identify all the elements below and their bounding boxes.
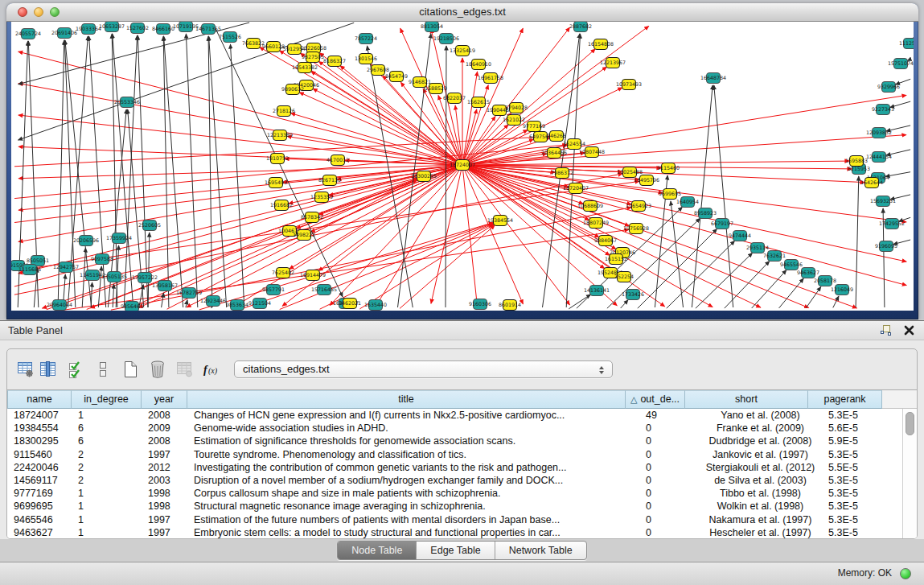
table-cell: 2012	[142, 461, 187, 474]
column-header-out-de-[interactable]: △out_de...	[626, 390, 685, 409]
table-cell: 0	[639, 487, 699, 500]
table-cell: 5.5E-5	[822, 461, 896, 474]
table-cell: 1997	[142, 448, 187, 461]
row-height-icon[interactable]	[92, 359, 113, 380]
graph-node-label: 19384554	[487, 217, 513, 223]
sort-ascending-icon: △	[630, 394, 637, 404]
float-panel-icon[interactable]	[879, 323, 893, 337]
table-row[interactable]: 969969511998Structural magnetic resonanc…	[7, 500, 917, 513]
table-row[interactable]: 946362711997Embryonic stem cells: a mode…	[7, 526, 917, 538]
table-row[interactable]: 1872400712008Changes of HCN gene express…	[7, 409, 917, 422]
table-scrollbar-thumb[interactable]	[906, 412, 914, 435]
graph-node-label: 18720407	[563, 185, 589, 191]
graph-node-label: 12213389	[267, 132, 293, 138]
graph-edge	[113, 284, 113, 307]
table-cell: Jankovic et al. (1997)	[699, 448, 822, 461]
table-row[interactable]: 911546021997Tourette syndrome. Phenomeno…	[7, 448, 917, 461]
graph-node-label: 8215953	[848, 166, 870, 171]
graph-node-label: 1916682	[270, 202, 293, 208]
column-header-name[interactable]: name	[7, 390, 72, 409]
graph-edge	[464, 167, 569, 305]
graph-edge	[465, 26, 649, 163]
minimize-window-icon[interactable]	[34, 7, 43, 17]
graph-node-label: 746266	[547, 133, 566, 138]
graph-node-label: 8267130	[318, 177, 341, 183]
memory-ok-icon[interactable]	[900, 568, 911, 579]
table-cell: 1	[72, 513, 142, 526]
table-cell: 6	[72, 435, 142, 447]
graph-node-label: 15716485	[311, 286, 337, 292]
table-cell: 5.9E-5	[822, 435, 896, 447]
table-cell: Corpus callosum shape and size in male p…	[187, 487, 639, 500]
graph-node-label: 9146821	[409, 79, 431, 84]
window-titlebar[interactable]: citations_edges.txt	[6, 3, 918, 22]
delete-column-icon[interactable]	[147, 359, 168, 380]
close-window-icon[interactable]	[18, 7, 27, 17]
graph-node-label: 8454749	[385, 73, 408, 79]
graph-node-label: 19756928	[623, 225, 649, 231]
table-cell: 1	[72, 526, 142, 538]
close-panel-icon[interactable]	[902, 323, 916, 337]
graph-edge	[359, 225, 494, 309]
tab-node-table[interactable]: Node Table	[338, 542, 417, 559]
column-header-short[interactable]: short	[685, 390, 808, 409]
graph-node-label: 9462021	[339, 300, 361, 306]
show-columns-icon[interactable]	[38, 359, 59, 380]
column-header-year[interactable]: year	[142, 390, 187, 409]
graph-node-label: 12444154	[866, 154, 892, 159]
graph-node-label: 1642644	[860, 179, 883, 185]
table-row[interactable]: 1938455462009Genome-wide association stu…	[7, 422, 917, 435]
graph-node-label: 3624554	[563, 141, 585, 146]
table-cell: 1	[72, 409, 142, 422]
tab-network-table[interactable]: Network Table	[495, 542, 586, 559]
network-window: citations_edges.txt 24055724206914061903…	[6, 3, 918, 319]
function-builder-icon[interactable]: f (x)	[202, 359, 223, 380]
table-cell: 18724007	[7, 409, 72, 422]
graph-node-label: 8186327	[323, 58, 346, 64]
graph-node-label: 15751074	[888, 60, 914, 66]
zoom-window-icon[interactable]	[50, 7, 60, 17]
table-cell: 0	[639, 448, 699, 461]
graph-node-label: 6679197	[711, 220, 733, 226]
graph-edge	[465, 27, 570, 163]
table-cell: 1	[72, 500, 142, 513]
graph-edge	[113, 34, 133, 307]
table-row[interactable]: 2242004622012Investigating the contribut…	[7, 461, 917, 474]
graph-node-label: 7986372	[551, 170, 573, 175]
table-row[interactable]: 1830029562008Estimation of significance …	[7, 435, 917, 447]
graph-edge	[89, 36, 106, 307]
table-cell: Dudbridge et al. (2008)	[699, 435, 822, 447]
graph-edge	[18, 51, 459, 164]
graph-node-label: 16495796	[634, 177, 659, 183]
table-body: 1872400712008Changes of HCN gene express…	[7, 409, 917, 538]
header-filler	[882, 390, 903, 409]
tab-edge-table[interactable]: Edge Table	[417, 542, 495, 559]
select-rows-icon[interactable]	[65, 359, 86, 380]
graph-node-label: 17957222	[132, 274, 158, 280]
graph-node-label: 10807448	[579, 149, 605, 154]
table-cell: Disruption of a novel member of a sodium…	[187, 474, 639, 487]
new-column-icon[interactable]	[120, 359, 141, 380]
table-row[interactable]: 1456911722003Disruption of a novel membe…	[7, 474, 917, 487]
column-header-title[interactable]: title	[187, 390, 626, 409]
column-header-in-degree[interactable]: in_degree	[72, 390, 142, 409]
graph-node-label: 8678342	[301, 214, 323, 220]
graph-edge	[299, 93, 459, 164]
table-cell: 9699695	[7, 500, 72, 513]
import-table-icon[interactable]	[175, 359, 195, 380]
table-options-icon[interactable]	[15, 359, 36, 380]
column-header-pagerank[interactable]: pagerank	[808, 390, 882, 409]
window-title: citations_edges.txt	[6, 3, 918, 21]
table-scrollbar[interactable]	[902, 409, 917, 538]
table-cell: 5.3E-5	[822, 474, 896, 487]
table-selector-dropdown[interactable]: citations_edges.txt	[234, 360, 613, 378]
graph-edge	[621, 300, 628, 308]
network-canvas[interactable]: 2405572420691406190333641065328715276028…	[11, 22, 914, 311]
graph-node-label: 2520605	[138, 222, 161, 228]
graph-node-label: 12093832	[866, 130, 892, 135]
table-cell: 18300295	[7, 435, 72, 447]
table-row[interactable]: 946554611997Estimation of the future num…	[7, 513, 917, 526]
table-row[interactable]: 977716911998Corpus callosum shape and si…	[7, 487, 917, 500]
graph-edge	[383, 76, 460, 163]
graph-node-label: 9884067	[594, 237, 617, 243]
